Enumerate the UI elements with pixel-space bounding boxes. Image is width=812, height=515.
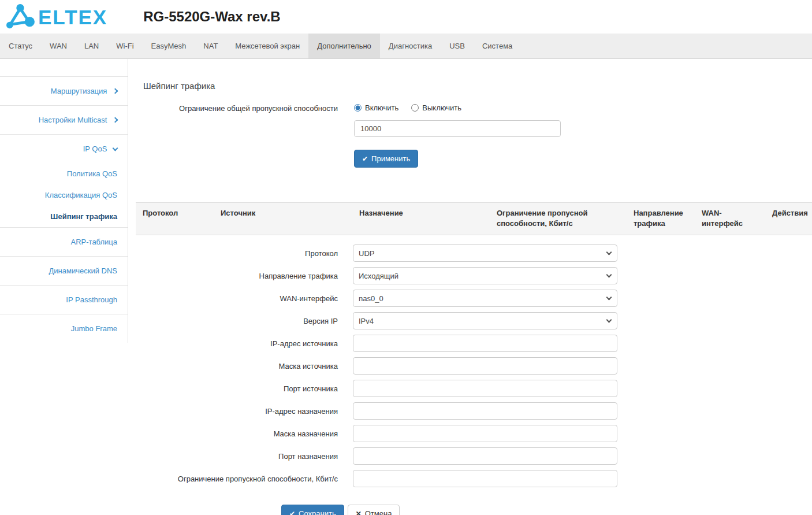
source-port-input[interactable] [353,380,617,397]
bandwidth-limit-input[interactable] [353,470,617,487]
protocol-select[interactable]: UDP [353,244,617,262]
enable-radio-label[interactable]: Включить [365,103,398,112]
source-port-label: Порт источника [136,384,338,393]
tab-easymesh[interactable]: EasyMesh [143,34,195,58]
sidebar-item-routing[interactable]: Маршрутизация [0,76,128,105]
sidebar-item-label: ARP-таблица [71,238,117,246]
chevron-right-icon [113,88,118,94]
tab-usb[interactable]: USB [441,34,474,58]
chevron-down-icon [113,146,118,151]
source-ip-label: IP-адрес источника [136,339,338,348]
tab-wan[interactable]: WAN [41,34,76,58]
sidebar-item-ip-passthrough[interactable]: IP Passthrough [0,285,128,314]
tab-lan[interactable]: LAN [76,34,107,58]
traffic-direction-label: Направление трафика [136,272,338,280]
global-limit-block: Ограничение общей пропускной способности… [143,102,812,168]
bandwidth-limit-label: Ограничение пропускной способности, Кбит… [136,475,338,483]
header: ELTEX RG-5520G-Wax rev.B [0,0,812,34]
source-ip-input[interactable] [353,335,617,352]
device-title: RG-5520G-Wax rev.B [143,9,280,25]
brand-name: ELTEX [38,7,107,27]
sidebar-item-jumbo-frame[interactable]: Jumbo Frame [0,314,128,343]
destination-port-input[interactable] [353,447,617,465]
sidebar-item-label: Настройки Multicast [39,116,107,124]
column-header-wan-interface: WAN-интерфейс [695,203,765,235]
sidebar-item-arp-table[interactable]: ARP-таблица [0,227,128,256]
sidebar-item-label: Динамический DNS [49,266,117,275]
protocol-select-wrap: UDP [353,244,617,262]
rule-form: Протокол UDP Направление трафика Исходящ… [136,244,812,515]
cancel-button-label: Отмена [365,509,392,515]
column-header-destination: Назначение [352,203,490,235]
ip-version-select-wrap: IPv4 [353,312,617,329]
check-icon: ✔ [362,155,368,162]
top-nav: Статус WAN LAN Wi-Fi EasyMesh NAT Межсет… [0,34,812,59]
traffic-direction-select[interactable]: Исходящий [353,267,617,284]
destination-mask-input[interactable] [353,425,617,442]
cancel-button[interactable]: ✕ Отмена [348,505,400,515]
disable-radio[interactable] [411,104,419,112]
protocol-label: Протокол [136,249,338,258]
destination-ip-label: IP-адрес назначения [136,407,338,416]
form-actions: ✔ Сохранить ✕ Отмена [281,505,812,515]
main-content: Шейпинг трафика Ограничение общей пропус… [128,59,812,515]
ip-version-select[interactable]: IPv4 [353,312,617,329]
chevron-right-icon [113,117,118,123]
tab-wifi[interactable]: Wi-Fi [107,34,142,58]
eltex-logo: ELTEX [6,3,107,30]
page-title: Шейпинг трафика [143,81,812,91]
apply-button-label: Применить [371,154,410,163]
tab-nat[interactable]: NAT [195,34,226,58]
sidebar-item-ip-qos[interactable]: IP QoS [0,134,128,163]
close-icon: ✕ [356,510,362,515]
page: ELTEX RG-5520G-Wax rev.B Статус WAN LAN … [0,0,812,515]
wan-interface-label: WAN-интерфейс [136,294,338,303]
apply-button[interactable]: ✔ Применить [354,150,418,168]
column-header-traffic-direction: Направление трафика [627,203,695,235]
source-mask-input[interactable] [353,357,617,375]
tab-status[interactable]: Статус [0,34,41,58]
sidebar-item-label: IP QoS [83,145,107,153]
ip-version-label: Версия IP [136,317,338,325]
rules-table-header: Протокол Источник Назначение Ограничение… [136,202,812,235]
enable-radio[interactable] [354,104,362,112]
column-header-actions: Действия [765,203,812,235]
global-limit-radio-group: Включить Выключить [354,102,561,112]
traffic-direction-select-wrap: Исходящий [353,267,617,284]
sidebar-item-dynamic-dns[interactable]: Динамический DNS [0,256,128,285]
wan-interface-select-wrap: nas0_0 [353,290,617,307]
column-header-protocol: Протокол [136,203,214,235]
save-button-label: Сохранить [299,509,336,515]
disable-radio-label[interactable]: Выключить [422,103,461,112]
column-header-bandwidth-limit: Ограничение пропусной способности, Кбит/… [490,203,627,235]
destination-port-label: Порт назначения [136,452,338,461]
destination-ip-input[interactable] [353,402,617,420]
sidebar-item-qos-classification[interactable]: Классификация QoS [0,184,128,206]
sidebar-item-label: Маршрутизация [51,87,107,95]
check-icon: ✔ [289,510,295,515]
column-header-source: Источник [214,203,352,235]
sidebar-item-qos-policy[interactable]: Политика QoS [0,163,128,184]
sidebar-item-multicast[interactable]: Настройки Multicast [0,105,128,134]
sidebar-item-traffic-shaping[interactable]: Шейпинг трафика [0,206,128,227]
save-button[interactable]: ✔ Сохранить [281,505,344,515]
sidebar-item-label: Шейпинг трафика [50,212,117,221]
global-bandwidth-input[interactable] [354,120,561,137]
tab-firewall[interactable]: Межсетевой экран [226,34,308,58]
sidebar-item-label: IP Passthrough [66,295,117,304]
sidebar: Маршрутизация Настройки Multicast IP QoS… [0,59,128,343]
tab-diagnostics[interactable]: Диагностика [380,34,441,58]
source-mask-label: Маска источника [136,362,338,370]
sidebar-item-label: Jumbo Frame [71,324,117,333]
tab-additional[interactable]: Дополнительно [308,34,380,58]
sidebar-item-label: Политика QoS [67,169,117,178]
sidebar-item-label: Классификация QoS [45,191,117,199]
global-limit-label: Ограничение общей пропускной способности [143,102,338,168]
eltex-logo-icon [6,3,35,30]
tab-system[interactable]: Система [474,34,521,58]
wan-interface-select[interactable]: nas0_0 [353,290,617,307]
destination-mask-label: Маска назначения [136,429,338,438]
